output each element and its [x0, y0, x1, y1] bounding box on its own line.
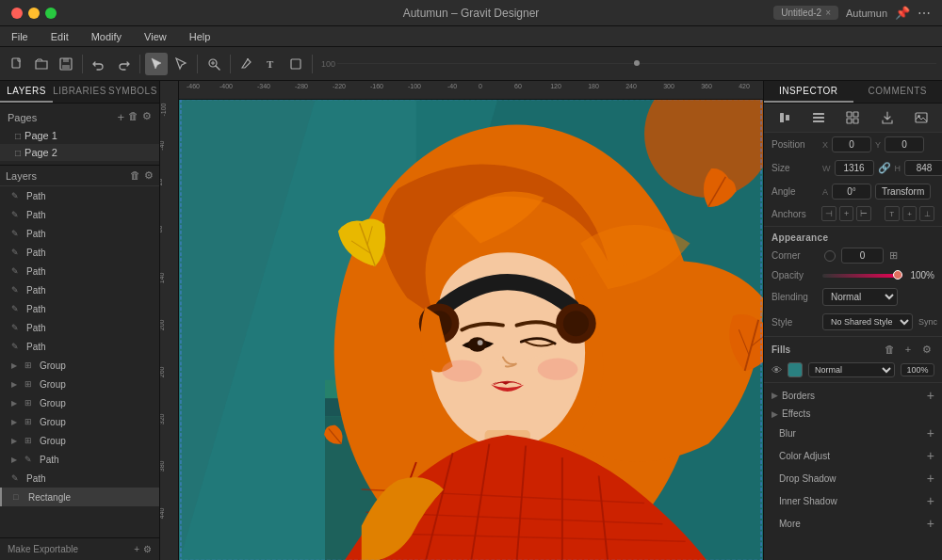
inspector-align-icon[interactable]	[774, 107, 795, 128]
expand-icon[interactable]: ▶	[11, 380, 21, 389]
opacity-slider[interactable]	[822, 274, 902, 278]
size-w-input[interactable]	[835, 160, 874, 176]
style-select[interactable]: No Shared Style	[822, 313, 913, 330]
inspector-export-icon[interactable]	[877, 107, 898, 128]
layer-options-icon[interactable]: ⚙	[144, 169, 154, 182]
fill-visibility-icon[interactable]: 👁	[771, 364, 782, 376]
fill-color-swatch[interactable]	[788, 362, 803, 377]
tb-shape[interactable]	[284, 53, 307, 75]
fill-opacity-input[interactable]	[901, 363, 934, 376]
layer-group-4[interactable]: ▶ ⊞ Group	[0, 412, 159, 431]
position-x-input[interactable]	[832, 136, 871, 152]
add-drop-shadow-icon[interactable]: +	[927, 471, 934, 486]
layer-rectangle[interactable]: □ Rectangle	[0, 488, 159, 506]
export-add-icon[interactable]: +	[134, 544, 139, 554]
add-blur-icon[interactable]: +	[927, 425, 934, 440]
sync-label[interactable]: Sync	[918, 317, 937, 327]
tb-text[interactable]: T	[260, 53, 283, 75]
inspector-image-icon[interactable]	[911, 107, 932, 128]
fill-mode-select[interactable]: Normal	[808, 362, 895, 377]
page-options-icon[interactable]: ⚙	[142, 110, 152, 124]
corner-color-dot[interactable]	[824, 250, 836, 262]
angle-input[interactable]	[832, 184, 871, 200]
anchor-center-h[interactable]: +	[839, 206, 854, 221]
add-more-icon[interactable]: +	[927, 516, 934, 531]
tab-inspector[interactable]: Inspector	[764, 81, 853, 103]
tab-comments[interactable]: Comments	[853, 81, 943, 103]
document-tab[interactable]: Untitled-2 ×	[773, 6, 838, 20]
layer-path-8[interactable]: ✎ Path	[0, 318, 159, 337]
menu-file[interactable]: File	[8, 29, 32, 44]
layer-path-3[interactable]: ✎ Path	[0, 224, 159, 243]
inspector-grid-icon[interactable]	[842, 107, 863, 128]
anchor-top[interactable]: T	[885, 206, 900, 221]
anchor-right[interactable]: ⊢	[856, 206, 871, 221]
layer-path-9[interactable]: ✎ Path	[0, 337, 159, 356]
expand-icon[interactable]: ▶	[11, 399, 21, 408]
add-inner-shadow-icon[interactable]: +	[927, 493, 934, 508]
layer-path-11[interactable]: ✎ Path	[0, 469, 159, 488]
tb-zoom[interactable]	[203, 53, 225, 75]
layer-path-2[interactable]: ✎ Path	[0, 205, 159, 224]
delete-layer-icon[interactable]: 🗑	[130, 169, 140, 182]
layer-group-1[interactable]: ▶ ⊞ Group	[0, 356, 159, 375]
anchor-left[interactable]: ⊣	[821, 206, 836, 221]
tb-new[interactable]	[6, 53, 28, 75]
opacity-thumb[interactable]	[893, 270, 902, 280]
layer-group-3[interactable]: ▶ ⊞ Group	[0, 393, 159, 412]
tab-libraries[interactable]: Libraries	[53, 81, 106, 103]
tb-redo[interactable]	[112, 53, 135, 75]
add-fill-icon[interactable]: +	[901, 342, 916, 357]
page-2-item[interactable]: □ Page 2	[0, 144, 159, 161]
expand-icon-path[interactable]: ▶	[11, 456, 21, 464]
layer-path-4[interactable]: ✎ Path	[0, 243, 159, 262]
tb-direct-select[interactable]	[170, 53, 192, 75]
anchor-center-v[interactable]: +	[902, 206, 918, 221]
corner-value-input[interactable]	[841, 248, 884, 264]
fill-options-icon[interactable]: ⚙	[919, 342, 934, 357]
delete-fill-icon[interactable]: 🗑	[882, 342, 897, 357]
add-border-icon[interactable]: +	[927, 388, 934, 403]
tb-save[interactable]	[55, 53, 77, 75]
add-color-adjust-icon[interactable]: +	[927, 448, 934, 463]
more-icon[interactable]: ⋯	[918, 6, 931, 21]
tab-symbols[interactable]: Symbols	[106, 81, 159, 103]
page-1-item[interactable]: □ Page 1	[0, 127, 159, 144]
inspector-layout-icon[interactable]	[808, 107, 829, 128]
tb-open[interactable]	[30, 53, 53, 75]
menu-modify[interactable]: Modify	[88, 29, 125, 44]
minimize-button[interactable]	[28, 8, 40, 19]
size-h-input[interactable]	[904, 160, 942, 176]
layer-path-7[interactable]: ✎ Path	[0, 299, 159, 318]
layer-path-6[interactable]: ✎ Path	[0, 280, 159, 299]
layer-path-10[interactable]: ▶ ✎ Path	[0, 450, 159, 469]
layer-group-2[interactable]: ▶ ⊞ Group	[0, 375, 159, 393]
menu-help[interactable]: Help	[186, 29, 215, 44]
layer-path-1[interactable]: ✎ Path	[0, 186, 159, 205]
position-y-input[interactable]	[885, 136, 924, 152]
expand-icon[interactable]: ▶	[11, 418, 21, 426]
tab-layers[interactable]: Layers	[0, 81, 53, 103]
canvas-area[interactable]: -460 -400 -340 -280 -220 -160 -100 -40 0…	[160, 81, 763, 560]
borders-row[interactable]: ▶ Borders +	[764, 385, 942, 406]
menu-edit[interactable]: Edit	[47, 29, 73, 44]
layer-group-5[interactable]: ▶ ⊞ Group	[0, 431, 159, 450]
transform-button[interactable]: Transform	[875, 184, 931, 200]
maximize-button[interactable]	[45, 8, 57, 19]
menu-view[interactable]: View	[140, 29, 171, 44]
add-page-icon[interactable]: +	[117, 110, 124, 124]
layer-path-5[interactable]: ✎ Path	[0, 262, 159, 280]
tab-close-icon[interactable]: ×	[825, 8, 831, 18]
export-settings-icon[interactable]: ⚙	[143, 544, 152, 554]
lock-icon[interactable]: 🔗	[878, 162, 891, 174]
delete-page-icon[interactable]: 🗑	[128, 110, 138, 124]
blending-select[interactable]: Normal Multiply Screen Overlay	[822, 288, 898, 306]
close-button[interactable]	[11, 8, 23, 19]
expand-icon[interactable]: ▶	[11, 361, 21, 370]
tb-pen[interactable]	[236, 53, 258, 75]
effects-row[interactable]: ▶ Effects	[764, 406, 942, 422]
tb-select[interactable]	[145, 53, 168, 75]
tb-undo[interactable]	[88, 53, 110, 75]
expand-icon[interactable]: ▶	[11, 437, 21, 445]
pin-icon[interactable]: 📌	[895, 6, 910, 20]
